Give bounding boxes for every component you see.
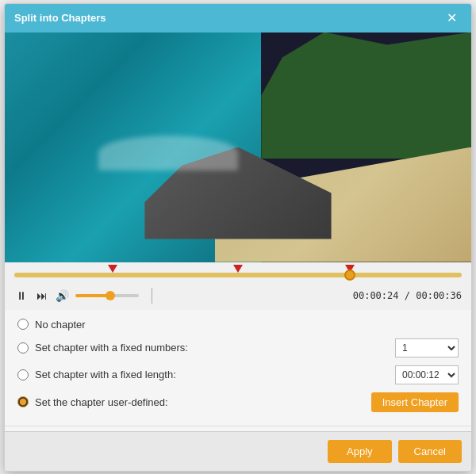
fixed-numbers-radio[interactable]	[17, 342, 29, 354]
no-chapter-label: No chapter	[35, 319, 86, 331]
dialog-title: Split into Chapters	[14, 12, 106, 24]
volume-slider[interactable]	[75, 294, 139, 297]
fixed-numbers-left: Set chapter with a fixed numbers:	[17, 342, 188, 354]
chapter-options: No chapter Set chapter with a fixed numb…	[5, 310, 471, 421]
chapter-marker-1[interactable]	[108, 265, 117, 273]
playback-controls: ⏸ ⏭ 🔊 00:00:24 / 00:00:36	[5, 285, 471, 310]
title-bar: Split into Chapters ✕	[5, 4, 471, 32]
divider	[152, 288, 152, 304]
fixed-numbers-select[interactable]: 1 2 3 4 5	[395, 338, 459, 357]
time-display: 00:00:24 / 00:00:36	[353, 290, 462, 301]
cancel-button[interactable]: Cancel	[398, 440, 462, 463]
pause-button[interactable]: ⏸	[14, 288, 29, 304]
timeline-area	[5, 262, 471, 285]
time-sep: /	[399, 290, 416, 301]
user-defined-radio[interactable]	[17, 396, 29, 407]
split-chapters-dialog: Split into Chapters ✕ ⏸ ⏭ 🔊	[4, 3, 472, 472]
no-chapter-row: No chapter	[17, 316, 459, 333]
apply-button[interactable]: Apply	[328, 440, 392, 463]
user-defined-label: Set the chapter user-defined:	[35, 396, 168, 408]
fixed-length-radio[interactable]	[17, 369, 29, 380]
timeline-track[interactable]	[14, 269, 462, 281]
timeline-background	[14, 273, 462, 277]
scene-trees	[261, 32, 471, 159]
scene-waves	[98, 136, 238, 170]
chapter-marker-2[interactable]	[233, 265, 243, 273]
fixed-numbers-row: Set chapter with a fixed numbers: 1 2 3 …	[17, 336, 459, 360]
footer: Apply Cancel	[5, 431, 471, 471]
total-time: 00:00:36	[416, 290, 462, 301]
current-time: 00:00:24	[353, 290, 399, 301]
close-button[interactable]: ✕	[442, 10, 462, 26]
no-chapter-radio[interactable]	[17, 319, 29, 330]
user-defined-row: Set the chapter user-defined: Insert Cha…	[17, 390, 459, 415]
user-defined-left: Set the chapter user-defined:	[17, 396, 168, 408]
fixed-length-select[interactable]: 00:00:12 00:00:06 00:00:30	[395, 365, 459, 384]
volume-icon: 🔊	[56, 289, 69, 302]
fixed-length-row: Set chapter with a fixed length: 00:00:1…	[17, 363, 459, 387]
fixed-length-label: Set chapter with a fixed length:	[35, 369, 176, 380]
insert-chapter-button[interactable]: Insert Chapter	[371, 392, 459, 412]
footer-separator	[5, 426, 471, 426]
no-chapter-left: No chapter	[17, 319, 86, 331]
fixed-numbers-label: Set chapter with a fixed numbers:	[35, 342, 188, 354]
playhead[interactable]	[344, 269, 355, 281]
next-frame-button[interactable]: ⏭	[35, 288, 49, 304]
video-preview	[5, 32, 471, 262]
fixed-length-left: Set chapter with a fixed length:	[17, 369, 176, 380]
video-frame	[5, 32, 471, 262]
volume-control[interactable]	[75, 294, 139, 297]
volume-thumb	[106, 291, 115, 300]
